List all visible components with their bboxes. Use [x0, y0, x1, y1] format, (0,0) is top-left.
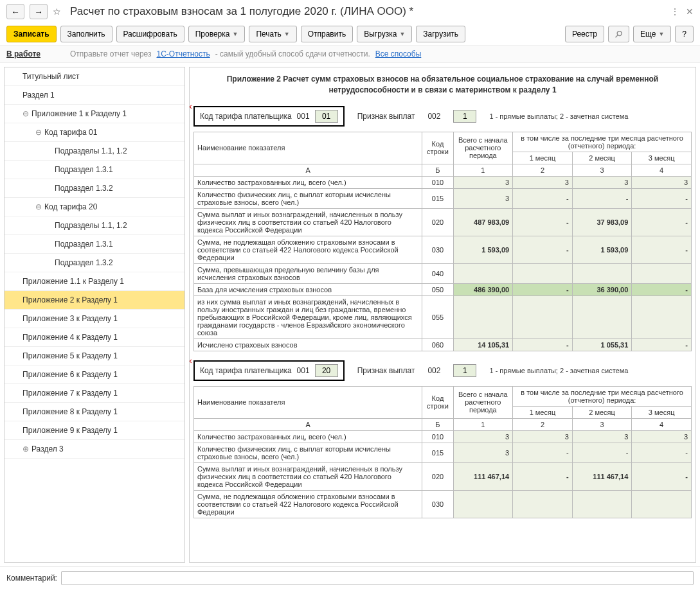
nav-item[interactable]: ⊖Приложение 1 к Разделу 1 — [4, 105, 184, 123]
help-button[interactable]: ? — [675, 26, 694, 42]
cell-m1[interactable]: - — [513, 338, 573, 351]
fill-button[interactable]: Заполнить — [60, 26, 112, 42]
cell-total[interactable]: 3 — [453, 443, 513, 462]
close-icon[interactable]: ✕ — [686, 6, 694, 17]
tree-toggle-icon[interactable]: ⊖ — [35, 202, 44, 211]
nav-item[interactable]: ⊕Раздел 3 — [4, 440, 184, 459]
menu-dots-icon[interactable]: ⋮ — [670, 6, 679, 17]
back-button[interactable]: ← — [6, 4, 24, 19]
cell-m3[interactable] — [632, 263, 692, 283]
nav-item[interactable]: ⊖Код тарифа 20 — [4, 198, 184, 216]
cell-total[interactable]: 487 983,09 — [453, 208, 513, 236]
cell-m3[interactable]: - — [632, 236, 692, 263]
cell-m1[interactable] — [513, 295, 573, 338]
cell-m1[interactable] — [513, 263, 573, 283]
cell-m2[interactable] — [572, 295, 632, 338]
cell-total[interactable]: 3 — [453, 188, 513, 208]
export-button[interactable]: Выгрузка▼ — [357, 26, 412, 42]
cell-m3[interactable]: - — [632, 462, 692, 490]
nav-item[interactable]: Приложение 8 к Разделу 1 — [4, 403, 184, 421]
tariff-code-input[interactable] — [315, 110, 338, 123]
cell-m2[interactable]: 37 983,09 — [572, 208, 632, 236]
cell-m1[interactable]: - — [513, 443, 573, 462]
write-button[interactable]: Записать — [6, 26, 57, 42]
cell-m1[interactable]: - — [513, 236, 573, 263]
cell-total[interactable]: 14 105,31 — [453, 338, 513, 351]
registry-button[interactable]: Реестр — [565, 26, 604, 42]
cell-total[interactable]: 1 593,09 — [453, 236, 513, 263]
cell-total[interactable] — [453, 263, 513, 283]
nav-item[interactable]: Подраздел 1.3.2 — [4, 179, 184, 198]
cell-m3[interactable] — [632, 295, 692, 338]
cell-total[interactable]: 3 — [453, 176, 513, 188]
more-button[interactable]: Еще▼ — [633, 26, 671, 42]
cell-m3[interactable]: - — [632, 188, 692, 208]
sign-input[interactable] — [453, 110, 476, 123]
nav-item[interactable]: Приложение 6 к Разделу 1 — [4, 365, 184, 384]
tariff-code-input[interactable] — [315, 364, 338, 377]
cell-total[interactable] — [453, 295, 513, 338]
sign-input[interactable] — [453, 364, 476, 377]
cell-m2[interactable]: - — [572, 443, 632, 462]
attach-button[interactable]: ⚲ — [608, 26, 629, 42]
cell-m2[interactable]: 1 055,31 — [572, 338, 632, 351]
send-button[interactable]: Отправить — [301, 26, 354, 42]
cell-total[interactable]: 3 — [453, 430, 513, 443]
all-methods-link[interactable]: Все способы — [375, 49, 422, 58]
decode-button[interactable]: Расшифровать — [116, 26, 184, 42]
delete-icon[interactable]: ✕ — [189, 358, 192, 365]
nav-item[interactable]: Подразделы 1.1, 1.2 — [4, 216, 184, 235]
print-button[interactable]: Печать▼ — [249, 26, 296, 42]
cell-m1[interactable]: 3 — [513, 430, 573, 443]
nav-item[interactable]: Приложение 2 к Разделу 1 — [4, 291, 184, 310]
nav-item[interactable]: Подраздел 1.3.1 — [4, 161, 184, 179]
load-button[interactable]: Загрузить — [416, 26, 465, 42]
cell-m1[interactable]: - — [513, 283, 573, 295]
cell-m2[interactable]: 1 593,09 — [572, 236, 632, 263]
cell-m2[interactable]: - — [572, 188, 632, 208]
nav-item[interactable]: Приложение 7 к Разделу 1 — [4, 384, 184, 403]
cell-m3[interactable] — [632, 490, 692, 518]
nav-item[interactable]: Приложение 1.1 к Разделу 1 — [4, 272, 184, 291]
delete-icon[interactable]: ✕ — [189, 103, 192, 110]
cell-m1[interactable] — [513, 490, 573, 518]
cell-m2[interactable]: 3 — [572, 430, 632, 443]
nav-item[interactable]: Приложение 5 к Разделу 1 — [4, 347, 184, 365]
cell-total[interactable]: 486 390,00 — [453, 283, 513, 295]
tree-toggle-icon[interactable]: ⊕ — [22, 444, 31, 453]
cell-m1[interactable]: - — [513, 462, 573, 490]
nav-item[interactable]: Приложение 3 к Разделу 1 — [4, 310, 184, 328]
cell-m2[interactable]: 3 — [572, 176, 632, 188]
service-link[interactable]: 1С-Отчетность — [157, 49, 210, 58]
cell-m1[interactable]: - — [513, 208, 573, 236]
nav-item[interactable]: Приложение 9 к Разделу 1 — [4, 421, 184, 440]
cell-m2[interactable]: 36 390,00 — [572, 283, 632, 295]
nav-label: Приложение 5 к Разделу 1 — [22, 351, 118, 360]
cell-m2[interactable]: 111 467,14 — [572, 462, 632, 490]
tree-toggle-icon[interactable]: ⊖ — [22, 109, 31, 118]
nav-item[interactable]: Подраздел 1.3.2 — [4, 254, 184, 272]
cell-total[interactable]: 111 467,14 — [453, 462, 513, 490]
cell-m3[interactable]: - — [632, 443, 692, 462]
cell-m3[interactable]: - — [632, 283, 692, 295]
cell-total[interactable] — [453, 490, 513, 518]
nav-item[interactable]: Приложение 4 к Разделу 1 — [4, 328, 184, 347]
cell-m3[interactable]: 3 — [632, 176, 692, 188]
cell-m3[interactable]: - — [632, 338, 692, 351]
nav-item[interactable]: Титульный лист — [4, 67, 184, 86]
nav-item[interactable]: Подразделы 1.1, 1.2 — [4, 142, 184, 161]
status-link[interactable]: В работе — [6, 49, 40, 58]
comment-input[interactable] — [61, 571, 694, 585]
nav-item[interactable]: ⊖Код тарифа 01 — [4, 123, 184, 142]
check-button[interactable]: Проверка▼ — [188, 26, 246, 42]
nav-item[interactable]: Раздел 1 — [4, 86, 184, 105]
cell-m2[interactable] — [572, 263, 632, 283]
cell-m1[interactable]: - — [513, 188, 573, 208]
cell-m1[interactable]: 3 — [513, 176, 573, 188]
tree-toggle-icon[interactable]: ⊖ — [35, 128, 44, 137]
cell-m3[interactable]: - — [632, 208, 692, 236]
cell-m2[interactable] — [572, 490, 632, 518]
nav-item[interactable]: Подраздел 1.3.1 — [4, 235, 184, 254]
forward-button[interactable]: → — [30, 4, 48, 19]
cell-m3[interactable]: 3 — [632, 430, 692, 443]
